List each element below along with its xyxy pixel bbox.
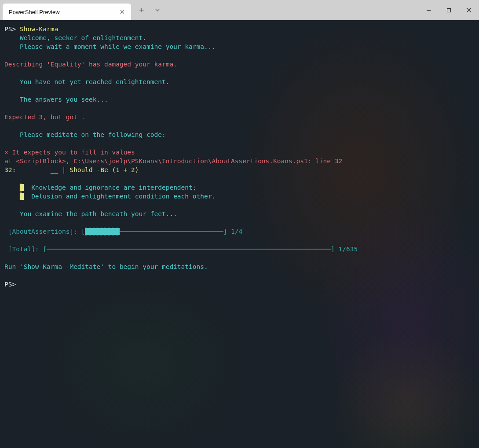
koan-bar-icon: ▌ xyxy=(20,184,24,191)
output-line: Please wait a moment while we examine yo… xyxy=(4,43,216,50)
error-line: × It expects you to fill in values xyxy=(4,149,135,156)
command-text: Show-Karma xyxy=(20,26,58,33)
progress-empty: ─────────────────────────── xyxy=(120,228,223,235)
progress-end: ] 1/635 xyxy=(331,246,358,253)
svg-rect-0 xyxy=(447,8,450,12)
tab-area: PowerShell Preview xyxy=(0,0,165,20)
progress-end: ] 1/4 xyxy=(223,228,243,235)
output-line: You examine the path beneath your feet..… xyxy=(4,210,177,217)
close-window-button[interactable] xyxy=(459,0,479,20)
title-bar: PowerShell Preview xyxy=(0,0,479,20)
prompt: PS> xyxy=(4,281,16,288)
progress-label: [AboutAssertions]: [ xyxy=(4,228,85,235)
koan-line: Delusion and enlightenment condition eac… xyxy=(31,193,216,200)
output-line: Run 'Show-Karma -Meditate' to begin your… xyxy=(4,263,208,270)
minimize-button[interactable] xyxy=(418,0,439,20)
progress-empty: ────────────────────────────────────────… xyxy=(47,246,331,253)
tab-dropdown-button[interactable] xyxy=(150,2,165,18)
terminal-pane[interactable]: PS> Show-Karma Welcome, seeker of enligh… xyxy=(0,20,479,448)
error-line: at <ScriptBlock>, C:\Users\joelp\PSKoans… xyxy=(4,158,342,165)
window-controls xyxy=(418,0,479,20)
tab-controls xyxy=(134,2,165,18)
tab-title: PowerShell Preview xyxy=(9,9,60,15)
output-line: You have not yet reached enlightenment. xyxy=(4,78,169,85)
output-line: Please meditate on the following code: xyxy=(4,131,166,138)
prompt: PS> xyxy=(4,26,16,33)
error-line: Expected 3, but got . xyxy=(4,114,85,121)
tab-powershell[interactable]: PowerShell Preview xyxy=(3,4,131,20)
progress-fill: ▌▌▌▌▌▌▌▌▌ xyxy=(85,228,120,235)
output-line: The answers you seek... xyxy=(4,96,108,103)
close-tab-icon[interactable] xyxy=(119,8,126,15)
koan-bar-icon: ▌ xyxy=(20,193,24,200)
new-tab-button[interactable] xyxy=(134,2,150,18)
error-line: Describing 'Equality' has damaged your k… xyxy=(4,61,177,68)
maximize-button[interactable] xyxy=(439,0,459,20)
code-line: 32: __ | Should -Be (1 + 2) xyxy=(4,166,139,173)
output-line: Welcome, seeker of enlightenment. xyxy=(4,34,146,41)
koan-line: Knowledge and ignorance are interdepende… xyxy=(31,184,196,191)
progress-label: [Total]: [ xyxy=(4,246,47,253)
